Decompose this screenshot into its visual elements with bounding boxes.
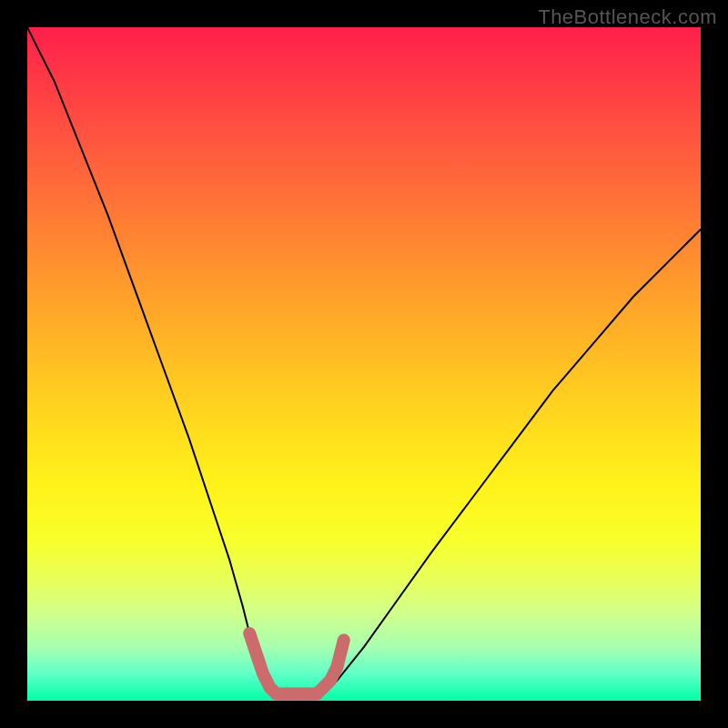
watermark-text: TheBottleneck.com: [538, 5, 717, 29]
chart-container: TheBottleneck.com: [0, 0, 728, 728]
marker-band: [249, 633, 344, 694]
left-curve: [27, 27, 277, 694]
curves-svg: [27, 27, 701, 701]
plot-area: [27, 27, 701, 701]
right-curve: [324, 229, 701, 694]
